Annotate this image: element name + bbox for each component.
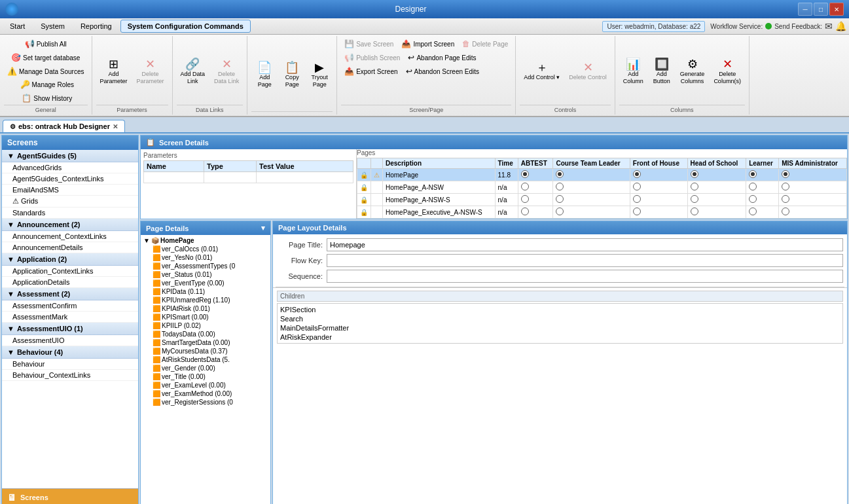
- menu-reporting[interactable]: Reporting: [73, 20, 119, 33]
- tree-item[interactable]: 🟧 ver_Title (0.00): [142, 372, 269, 381]
- group-assessment[interactable]: ▼ Assessment (2): [2, 288, 138, 300]
- group-agent5guides[interactable]: ▼ Agent5Guides (5): [2, 150, 138, 162]
- pages-tbody: 🔒 ⚠ HomePage 11.8: [357, 169, 847, 219]
- delete-data-link-button[interactable]: ✕ DeleteData Link: [210, 56, 243, 87]
- export-screen-button[interactable]: 📤 Export Screen: [341, 65, 401, 78]
- ribbon-group-controls: ＋ Add Control ▾ ✕ Delete Control Control…: [516, 36, 615, 115]
- tree-root[interactable]: ▼ 📦 HomePage: [142, 236, 269, 245]
- tree-item[interactable]: 🟧 TodaysData (0.00): [142, 330, 269, 338]
- show-history-button[interactable]: 📋 Show History: [18, 92, 75, 105]
- group-application[interactable]: ▼ Application (2): [2, 253, 138, 266]
- tab-close-button[interactable]: ✕: [113, 123, 118, 130]
- save-screen-button[interactable]: 💾 Save Screen: [341, 37, 397, 50]
- left-panel-footer: 🖥 Screens 📊 Navigation Graphs: [2, 488, 138, 504]
- list-item[interactable]: MainDetailsFormatter: [279, 323, 841, 333]
- page-title-row: Page Title:: [277, 238, 843, 251]
- table-row[interactable]: 🔒 HomePage_A-NSW n/a: [357, 181, 847, 194]
- import-screen-button[interactable]: 📤 Import Screen: [398, 37, 458, 50]
- menu-start[interactable]: Start: [3, 20, 32, 33]
- tree-item[interactable]: 🟧 KPIILP (0.02): [142, 321, 269, 330]
- tree-item[interactable]: 🟧 KPISmart (0.00): [142, 313, 269, 321]
- delete-control-button[interactable]: ✕ Delete Control: [565, 59, 611, 83]
- screen-standards[interactable]: Standards: [2, 207, 138, 219]
- page-col-frontofhouse: Front of House: [630, 158, 687, 169]
- copy-page-button[interactable]: 📋 CopyPage: [279, 59, 305, 90]
- params-tbody: [144, 172, 353, 183]
- tree-item[interactable]: 🟧 ver_Status (0.01): [142, 270, 269, 279]
- tree-item[interactable]: 🟧 SmartTargetData (0.00): [142, 338, 269, 347]
- tree-item[interactable]: 🟧 ver_ExamMethod (0.00): [142, 389, 269, 398]
- page-details-collapse[interactable]: ▾: [261, 224, 265, 232]
- screen-behaviour-contextlinks[interactable]: Behaviour_ContextLinks: [2, 370, 138, 381]
- tree-item[interactable]: 🟧 MyCoursesData (0.37): [142, 347, 269, 355]
- publish-all-button[interactable]: 📢 Publish All: [22, 37, 70, 50]
- set-target-db-button[interactable]: 🎯 Set target database: [8, 51, 83, 64]
- publish-screen-button[interactable]: 📢 Publish Screen: [341, 51, 403, 64]
- tree-item[interactable]: 🟧 KPIUnmaredReg (1.10): [142, 296, 269, 304]
- screen-assessment-confirm[interactable]: AssessmentConfirm: [2, 300, 138, 312]
- tryout-page-button[interactable]: ▶ TryoutPage: [306, 59, 333, 90]
- add-column-icon: 📊: [626, 58, 640, 70]
- screen-application-details[interactable]: ApplicationDetails: [2, 277, 138, 288]
- screen-advancedgrids[interactable]: AdvancedGrids: [2, 162, 138, 173]
- tree-item[interactable]: 🟧 ver_CalOccs (0.01): [142, 245, 269, 253]
- delete-page-button[interactable]: 🗑 Delete Page: [459, 37, 511, 50]
- tree-item[interactable]: 🟧 ver_AssessmentTypes (0: [142, 262, 269, 270]
- add-control-button[interactable]: ＋ Add Control ▾: [520, 59, 564, 83]
- delete-columns-button[interactable]: ✕ DeleteColumn(s): [710, 56, 745, 87]
- screen-behaviour[interactable]: Behaviour: [2, 359, 138, 370]
- list-item[interactable]: KPISection: [279, 305, 841, 314]
- manage-roles-button[interactable]: 🔑 Manage Roles: [17, 78, 77, 91]
- add-button-button[interactable]: 🔲 AddButton: [649, 56, 675, 87]
- menu-system[interactable]: System: [33, 20, 72, 33]
- abandon-page-edits-button[interactable]: ↩ Abandon Page Edits: [405, 51, 479, 64]
- page-col-time: Time: [495, 158, 518, 169]
- tree-item[interactable]: 🟧 KPIData (0.11): [142, 287, 269, 296]
- tab-designer[interactable]: ⚙ ebs: ontrack Hub Designer ✕: [3, 120, 125, 132]
- page-title-input[interactable]: [327, 238, 843, 251]
- add-column-button[interactable]: 📊 AddColumn: [619, 56, 647, 87]
- screen-application-contextlinks[interactable]: Application_ContextLinks: [2, 266, 138, 277]
- tree-item[interactable]: 🟧 KPIAtRisk (0.01): [142, 304, 269, 313]
- page-col-headschool: Head of School: [687, 158, 746, 169]
- screen-assessmentuio[interactable]: AssessmentUIO: [2, 335, 138, 346]
- generate-columns-button[interactable]: ⚙ GenerateColumns: [676, 56, 709, 87]
- nav-screens[interactable]: 🖥 Screens: [2, 489, 138, 504]
- tree-list[interactable]: ▼ 📦 HomePage 🟧 ver_CalOccs (0.01) 🟧 ver_…: [141, 235, 270, 504]
- screen-emailandsms[interactable]: EmailAndSMS: [2, 185, 138, 196]
- screens-list[interactable]: ▼ Agent5Guides (5) AdvancedGrids Agent5G…: [2, 150, 138, 488]
- flow-key-input[interactable]: [327, 254, 843, 267]
- list-item[interactable]: Search: [279, 314, 841, 323]
- tree-item[interactable]: 🟧 AtRiskStudentsData (5.: [142, 355, 269, 364]
- delete-parameter-button[interactable]: ✕ DeleteParameter: [133, 56, 168, 87]
- group-assessmentuio[interactable]: ▼ AssessmentUIO (1): [2, 323, 138, 335]
- table-row[interactable]: 🔒 ⚠ HomePage 11.8: [357, 169, 847, 181]
- tree-item[interactable]: 🟧 ver_RegisterSessions (0: [142, 398, 269, 406]
- list-item[interactable]: AtRiskExpander: [279, 333, 841, 342]
- group-announcement[interactable]: ▼ Announcement (2): [2, 219, 138, 231]
- screen-grids[interactable]: ⚠ Grids: [2, 196, 138, 207]
- screen-assessment-mark[interactable]: AssessmentMark: [2, 312, 138, 323]
- tree-item[interactable]: 🟧 ver_EventType (0.00): [142, 279, 269, 287]
- params-section: Parameters Name Type Test Value: [141, 149, 357, 219]
- screen-announcement-contextlinks[interactable]: Announcement_ContextLinks: [2, 231, 138, 242]
- menu-system-config[interactable]: System Configuration Commands: [120, 20, 251, 33]
- minimize-button[interactable]: ─: [798, 3, 812, 16]
- screen-announcement-details[interactable]: AnnouncementDetails: [2, 242, 138, 253]
- pages-section: Pages Description Time ABTEST Course Tea…: [357, 149, 847, 219]
- manage-data-sources-button[interactable]: ⚠️ Manage Data Sources: [4, 65, 88, 78]
- add-parameter-button[interactable]: ⊞ AddParameter: [96, 56, 132, 87]
- sequence-input[interactable]: [327, 270, 843, 283]
- group-behaviour[interactable]: ▼ Behaviour (4): [2, 346, 138, 359]
- tree-item[interactable]: 🟧 ver_YesNo (0.01): [142, 253, 269, 262]
- maximize-button[interactable]: □: [814, 3, 828, 16]
- add-data-link-button[interactable]: 🔗 Add DataLink: [177, 56, 209, 87]
- add-page-button[interactable]: 📄 AddPage: [251, 59, 278, 90]
- abandon-screen-edits-button[interactable]: ↩ Abandon Screen Edits: [403, 65, 483, 78]
- close-button[interactable]: ✕: [829, 3, 844, 16]
- table-row[interactable]: 🔒 HomePage_Executive_A-NSW-S n/a: [357, 206, 847, 219]
- table-row[interactable]: 🔒 HomePage_A-NSW-S n/a: [357, 194, 847, 206]
- tree-item[interactable]: 🟧 ver_ExamLevel (0.00): [142, 381, 269, 389]
- tree-item[interactable]: 🟧 ver_Gender (0.00): [142, 364, 269, 372]
- screen-agent5guides-contextlinks[interactable]: Agent5Guides_ContextLinks: [2, 173, 138, 185]
